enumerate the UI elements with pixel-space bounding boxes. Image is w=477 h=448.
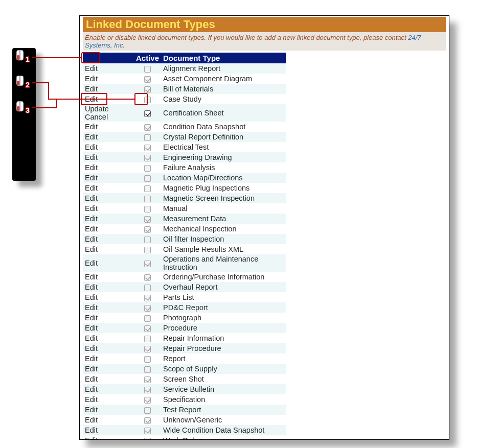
table-row: EditRepair Procedure: [83, 343, 286, 353]
edit-link[interactable]: Edit: [85, 293, 98, 301]
table-row: EditBill of Materials: [83, 84, 286, 94]
active-checkbox: [144, 315, 151, 322]
edit-link[interactable]: Edit: [85, 406, 98, 414]
table-row: EditWork Order: [83, 435, 286, 440]
active-checkbox: [144, 376, 151, 383]
doc-type-name: Repair Procedure: [161, 343, 286, 353]
edit-link[interactable]: Edit: [85, 314, 98, 322]
edit-link[interactable]: Edit: [85, 303, 98, 312]
edit-link[interactable]: Edit: [85, 259, 98, 267]
active-cell: [134, 214, 161, 224]
edit-link[interactable]: Edit: [85, 334, 98, 342]
panel-title: Linked Document Types: [83, 17, 446, 32]
active-checkbox: [144, 237, 151, 243]
active-checkbox: [144, 387, 151, 393]
action-cell: Edit: [83, 282, 134, 292]
doc-type-name: Test Report: [161, 405, 286, 415]
action-cell: Edit: [83, 152, 134, 162]
doc-type-name: Oil Sample Results XML: [161, 244, 286, 254]
active-checkbox: [144, 261, 151, 267]
hint-text: Enable or disable linked document types.…: [85, 34, 408, 41]
edit-link[interactable]: Edit: [85, 235, 98, 243]
edit-link[interactable]: Edit: [85, 123, 98, 131]
doc-type-name: Bill of Materials: [161, 84, 286, 94]
edit-link[interactable]: Edit: [85, 245, 98, 253]
active-checkbox: [144, 356, 151, 363]
active-checkbox: [144, 155, 151, 161]
edit-link[interactable]: Edit: [85, 324, 98, 332]
action-cell: Edit: [83, 292, 134, 302]
edit-link[interactable]: Edit: [85, 416, 98, 424]
active-cell: [134, 63, 161, 74]
svg-rect-4: [17, 81, 19, 85]
doc-type-name: Electrical Test: [161, 142, 286, 152]
doc-type-name: Repair Information: [161, 333, 286, 343]
table-row: EditWide Condition Data Snapshot: [83, 425, 286, 435]
active-checkbox: [144, 417, 151, 424]
edit-link[interactable]: Edit: [85, 426, 98, 434]
edit-link[interactable]: Edit: [85, 365, 98, 373]
edit-link[interactable]: Edit: [85, 283, 98, 291]
svg-rect-0: [19, 50, 20, 60]
doc-type-name: Crystal Report Definition: [161, 132, 286, 142]
edit-link[interactable]: Edit: [85, 344, 98, 352]
edit-link[interactable]: Edit: [85, 375, 98, 383]
cancel-link[interactable]: Cancel: [85, 113, 108, 121]
active-checkbox: [144, 124, 151, 131]
table-row: EditAsset Component Diagram: [83, 74, 286, 84]
active-checkbox: [144, 295, 151, 301]
annotation-marker-2: 2: [14, 76, 32, 90]
active-checkbox: [144, 185, 151, 192]
active-checkbox: [144, 134, 151, 141]
edit-link[interactable]: Edit: [85, 215, 98, 223]
doc-type-name: Case Study: [161, 94, 286, 104]
doc-type-name: Specification: [161, 394, 286, 405]
edit-link[interactable]: Edit: [85, 395, 98, 404]
edit-link[interactable]: Edit: [85, 174, 98, 182]
action-cell: Edit: [83, 272, 134, 282]
edit-link[interactable]: Edit: [85, 85, 98, 93]
active-checkbox: [144, 165, 151, 172]
edit-link[interactable]: Edit: [85, 204, 98, 213]
table-row: EditMechanical Inspection: [83, 224, 286, 234]
edit-link[interactable]: Edit: [85, 95, 98, 103]
table-row: EditPhotograph: [83, 313, 286, 323]
svg-text:1: 1: [26, 55, 30, 63]
active-cell: [134, 152, 161, 162]
edit-link[interactable]: Edit: [85, 143, 98, 151]
doc-type-name: PD&C Report: [161, 302, 286, 313]
doc-type-name: Magnetic Screen Inspection: [161, 193, 286, 203]
active-checkbox: [144, 407, 151, 414]
edit-link[interactable]: Edit: [85, 385, 98, 393]
active-cell: [134, 364, 161, 374]
edit-link[interactable]: Edit: [85, 153, 98, 161]
table-row: EditMagnetic Screen Inspection: [83, 193, 286, 203]
active-checkbox: [144, 366, 151, 373]
edit-link[interactable]: Edit: [85, 355, 98, 363]
action-cell: Edit: [83, 63, 134, 74]
table-row: EditOperations and Maintenance Instructi…: [83, 254, 286, 272]
table-row: EditEngineering Drawing: [83, 152, 286, 162]
edit-link[interactable]: Edit: [85, 273, 98, 281]
edit-link[interactable]: Edit: [85, 184, 98, 192]
edit-link[interactable]: Edit: [85, 64, 98, 73]
edit-link[interactable]: Edit: [85, 75, 98, 83]
active-cell: [134, 415, 161, 425]
active-checkbox[interactable]: [144, 110, 151, 117]
edit-link[interactable]: Edit: [85, 436, 98, 440]
action-cell: Edit: [83, 323, 134, 333]
update-link[interactable]: Update: [85, 105, 109, 113]
active-checkbox: [144, 247, 151, 253]
table-row: EditParts List: [83, 292, 286, 302]
action-cell: Edit: [83, 132, 134, 142]
edit-link[interactable]: Edit: [85, 194, 98, 202]
active-cell: [134, 374, 161, 384]
edit-link[interactable]: Edit: [85, 225, 98, 233]
active-cell: [134, 122, 161, 132]
doc-type-name: Parts List: [161, 292, 286, 302]
active-cell: [134, 343, 161, 353]
action-cell: Edit: [83, 343, 134, 353]
edit-link[interactable]: Edit: [85, 133, 98, 141]
doc-type-name: Certification Sheet: [161, 104, 286, 122]
edit-link[interactable]: Edit: [85, 163, 98, 172]
